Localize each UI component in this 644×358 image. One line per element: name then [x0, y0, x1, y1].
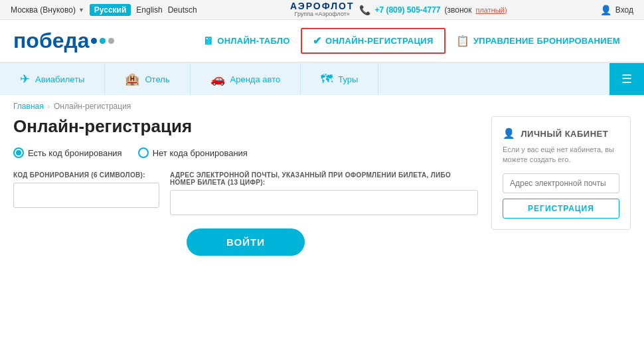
lang-en-link[interactable]: English: [136, 5, 162, 15]
car-icon: 🚗: [210, 72, 225, 86]
sidebar-title-text: ЛИЧНЫЙ КАБИНЕТ: [521, 129, 609, 139]
radio-no-circle[interactable]: [138, 147, 149, 158]
tablo-icon: 🖥: [202, 35, 213, 47]
booking-icon: 📋: [456, 35, 469, 47]
logo-text: победа: [13, 29, 90, 53]
nav-bar: ✈ Авиабилеты 🏨 Отель 🚗 Аренда авто 🗺 Тур…: [0, 63, 644, 95]
booking-label: УПРАВЛЕНИЕ БРОНИРОВАНИЕМ: [473, 36, 620, 46]
tours-icon: 🗺: [321, 72, 333, 86]
menu-icon: ☰: [621, 72, 632, 86]
city-selector[interactable]: Москва (Внуково) ▼: [11, 5, 84, 15]
lang-ru-button[interactable]: Русский: [90, 4, 131, 16]
nav-avia[interactable]: ✈ Авиабилеты: [0, 63, 105, 95]
email-input[interactable]: [170, 190, 478, 215]
email-group: АДРЕС ЭЛЕКТРОННОЙ ПОЧТЫ, УКАЗАННЫЙ ПРИ О…: [170, 171, 478, 215]
sidebar-subtitle: Если у вас ещё нет кабинета, вы можете с…: [503, 145, 619, 165]
car-label: Аренда авто: [230, 74, 281, 84]
nav-registration[interactable]: ✔ ОНЛАЙН-РЕГИСТРАЦИЯ: [301, 28, 445, 54]
hotel-label: Отель: [145, 74, 169, 84]
language-options: Русский English Deutsch: [90, 4, 197, 16]
avia-label: Авиабилеты: [35, 74, 84, 84]
paid-link[interactable]: платный): [475, 6, 507, 14]
radio-yes-circle[interactable]: [13, 147, 24, 158]
content-right: 👤 ЛИЧНЫЙ КАБИНЕТ Если у вас ещё нет каби…: [491, 116, 631, 256]
nav-tablo[interactable]: 🖥 ОНЛАЙН-ТАБЛО: [192, 30, 301, 52]
aeroflot-logo: АЭРОФЛОТ Группа «Аэрофлот»: [290, 1, 354, 18]
sidebar-user-icon: 👤: [503, 128, 516, 139]
main-content: Онлайн-регистрация Есть код бронирования…: [0, 114, 644, 269]
booking-radio-group: Есть код бронирования Нет кода бронирова…: [13, 147, 478, 158]
header-nav: 🖥 ОНЛАЙН-ТАБЛО ✔ ОНЛАЙН-РЕГИСТРАЦИЯ 📋 УП…: [192, 28, 631, 54]
top-bar: Москва (Внуково) ▼ Русский English Deuts…: [0, 0, 644, 20]
logo-dot-lightblue: [100, 38, 106, 44]
nav-tours[interactable]: 🗺 Туры: [301, 63, 378, 95]
booking-code-group: КОД БРОНИРОВАНИЯ (6 СИМВОЛОВ):: [13, 171, 159, 215]
city-chevron: ▼: [78, 7, 84, 13]
breadcrumb-home[interactable]: Главная: [13, 102, 44, 111]
email-label: АДРЕС ЭЛЕКТРОННОЙ ПОЧТЫ, УКАЗАННЫЙ ПРИ О…: [170, 171, 478, 186]
phone-icon: 📞: [359, 5, 370, 15]
nav-booking[interactable]: 📋 УПРАВЛЕНИЕ БРОНИРОВАНИЕМ: [445, 29, 631, 52]
logo-dots: [91, 38, 114, 44]
radio-yes-text: Есть код бронирования: [28, 148, 122, 158]
form-row: КОД БРОНИРОВАНИЯ (6 СИМВОЛОВ): АДРЕС ЭЛЕ…: [13, 171, 478, 215]
aeroflot-main-text: АЭРОФЛОТ: [290, 1, 354, 11]
sidebar-email-input[interactable]: [503, 173, 619, 193]
booking-code-input[interactable]: [13, 183, 159, 208]
logo[interactable]: победа: [13, 29, 114, 53]
header: победа 🖥 ОНЛАЙН-ТАБЛО ✔ ОНЛАЙН-РЕГИСТРАЦ…: [0, 20, 644, 63]
registration-icon: ✔: [313, 35, 321, 47]
city-name: Москва (Внуково): [11, 5, 76, 15]
radio-no-text: Нет кода бронирования: [153, 148, 248, 158]
lang-de-link[interactable]: Deutsch: [168, 5, 197, 15]
phone-note: (звонок: [445, 5, 472, 15]
radio-no-label[interactable]: Нет кода бронирования: [138, 147, 248, 158]
aeroflot-sub-text: Группа «Аэрофлот»: [295, 11, 350, 18]
menu-button[interactable]: ☰: [609, 63, 644, 95]
breadcrumb-current: Онлайн-регистрация: [54, 102, 131, 111]
tablo-label: ОНЛАЙН-ТАБЛО: [217, 36, 289, 46]
registration-label: ОНЛАЙН-РЕГИСТРАЦИЯ: [325, 36, 434, 46]
login-label: Вход: [615, 5, 633, 15]
hotel-icon: 🏨: [125, 72, 139, 86]
login-btn-wrap: ВОЙТИ: [13, 228, 478, 256]
user-icon: 👤: [600, 5, 611, 15]
login-area[interactable]: 👤 Вход: [600, 5, 633, 15]
page-title: Онлайн-регистрация: [13, 116, 478, 137]
nav-car[interactable]: 🚗 Аренда авто: [191, 63, 301, 95]
breadcrumb: Главная › Онлайн-регистрация: [0, 95, 644, 114]
radio-yes-label[interactable]: Есть код бронирования: [13, 147, 122, 158]
nav-hotel[interactable]: 🏨 Отель: [105, 63, 190, 95]
sidebar-title: 👤 ЛИЧНЫЙ КАБИНЕТ: [503, 128, 619, 139]
sidebar-register-button[interactable]: РЕГИСТРАЦИЯ: [503, 199, 619, 219]
login-button[interactable]: ВОЙТИ: [187, 228, 305, 256]
booking-code-label: КОД БРОНИРОВАНИЯ (6 СИМВОЛОВ):: [13, 171, 159, 179]
tours-label: Туры: [338, 74, 358, 84]
logo-dot-blue: [91, 38, 97, 44]
top-bar-left: Москва (Внуково) ▼ Русский English Deuts…: [11, 4, 197, 16]
top-bar-center: АЭРОФЛОТ Группа «Аэрофлот» 📞 +7 (809) 50…: [290, 1, 507, 18]
breadcrumb-sep: ›: [48, 103, 50, 110]
avia-icon: ✈: [20, 72, 30, 86]
logo-dot-gray: [108, 38, 114, 44]
content-left: Онлайн-регистрация Есть код бронирования…: [13, 116, 478, 256]
phone-block: 📞 +7 (809) 505-4777 (звонок платный): [359, 5, 507, 15]
phone-number[interactable]: +7 (809) 505-4777: [374, 5, 440, 15]
sidebar-card: 👤 ЛИЧНЫЙ КАБИНЕТ Если у вас ещё нет каби…: [491, 116, 631, 230]
